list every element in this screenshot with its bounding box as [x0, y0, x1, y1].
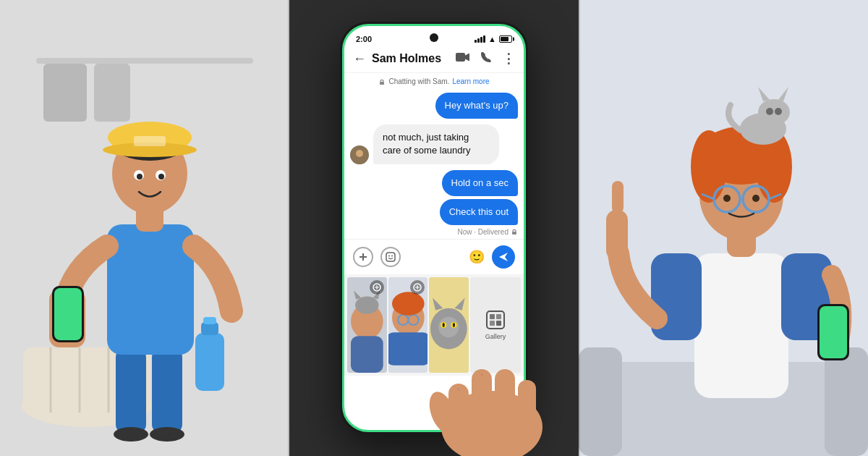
svg-rect-100	[606, 210, 628, 261]
status-icons: ▲	[475, 35, 512, 43]
left-illustration	[0, 0, 289, 456]
message-bubble-sent-2: Hold on a sec	[442, 170, 519, 196]
svg-point-57	[392, 292, 425, 315]
svg-point-105	[758, 99, 790, 125]
panel-center: 2:00 ▲	[289, 0, 579, 456]
svg-rect-13	[152, 347, 182, 434]
svg-rect-39	[386, 253, 395, 261]
gallery-icon	[485, 310, 506, 330]
svg-rect-85	[694, 253, 788, 398]
phone-frame: 2:00 ▲	[340, 22, 528, 434]
svg-rect-84	[825, 347, 868, 456]
svg-rect-30	[54, 288, 82, 340]
svg-rect-32	[380, 82, 384, 85]
header-icons: ⋮	[456, 51, 515, 67]
svg-rect-74	[496, 321, 501, 326]
svg-rect-53	[388, 332, 428, 366]
gallery-thumb-2[interactable]	[388, 277, 428, 373]
sticker-svg	[386, 252, 396, 262]
svg-point-34	[356, 150, 363, 157]
contact-name: Sam Holmes	[372, 52, 456, 65]
signal-icon	[475, 35, 485, 43]
message-bubble-sent-3: Check this out	[440, 199, 518, 225]
back-button[interactable]: ←	[353, 51, 366, 67]
svg-rect-103	[820, 306, 847, 358]
svg-point-65	[438, 317, 459, 337]
chat-header: ← Sam Holmes	[344, 46, 524, 73]
status-time: 2:00	[356, 35, 372, 43]
svg-rect-11	[203, 317, 216, 324]
svg-point-45	[355, 296, 378, 313]
wifi-icon: ▲	[488, 35, 496, 43]
video-call-icon[interactable]	[456, 52, 470, 65]
plus-icon	[358, 252, 368, 262]
battery-fill	[501, 37, 509, 41]
svg-rect-101	[612, 181, 624, 214]
sticker-icon[interactable]	[380, 247, 401, 267]
emoji-icon[interactable]: 🙂	[469, 249, 485, 265]
message-bubble-sent-1: Hey what's up?	[435, 93, 518, 119]
svg-point-99	[752, 195, 760, 202]
panel-left	[0, 0, 289, 456]
signal-bar-4	[483, 35, 485, 43]
svg-rect-12	[116, 347, 146, 434]
more-options-icon[interactable]: ⋮	[502, 51, 515, 67]
phone-screen: 2:00 ▲	[342, 24, 526, 432]
right-divider	[579, 0, 580, 456]
gallery-overlay-1	[370, 280, 384, 295]
gallery-thumb-1[interactable]	[347, 277, 387, 373]
svg-point-26	[137, 174, 142, 180]
svg-rect-73	[490, 321, 495, 326]
svg-point-91	[691, 130, 727, 203]
right-illustration	[579, 0, 868, 456]
svg-rect-1	[36, 58, 253, 64]
send-button[interactable]	[492, 245, 515, 269]
scene-container: 2:00 ▲	[0, 0, 868, 456]
svg-rect-83	[579, 347, 622, 456]
messages-list: Hey what's up? not much, just taking car…	[344, 90, 524, 239]
message-row-2: not much, just taking care of some laund…	[350, 124, 518, 164]
delivered-lock-icon	[511, 228, 518, 235]
svg-rect-31	[456, 53, 465, 62]
input-left-icons	[353, 247, 401, 267]
panel-right	[579, 0, 868, 456]
contact-avatar	[350, 145, 369, 164]
add-attachment-icon[interactable]	[353, 247, 373, 267]
svg-point-98	[723, 195, 731, 202]
message-row-1: Hey what's up?	[350, 93, 518, 119]
battery-icon	[499, 35, 512, 43]
gallery-thumb-3[interactable]	[429, 277, 469, 373]
svg-point-40	[388, 255, 390, 256]
signal-bar-2	[477, 38, 480, 43]
svg-point-15	[150, 427, 184, 442]
gallery-item-icon[interactable]: Gallery	[470, 277, 521, 373]
svg-rect-44	[351, 336, 383, 373]
svg-rect-9	[195, 333, 224, 391]
svg-rect-16	[107, 224, 194, 355]
gallery-label: Gallery	[485, 333, 506, 340]
svg-rect-72	[496, 314, 501, 319]
signal-bar-1	[475, 40, 477, 43]
message-bubble-received-1: not much, just taking care of some laund…	[373, 124, 499, 164]
phone-call-icon[interactable]	[480, 51, 492, 66]
svg-point-27	[158, 174, 164, 180]
svg-rect-71	[490, 314, 495, 319]
message-timestamp: Now · Delivered	[350, 228, 518, 236]
svg-rect-23	[134, 136, 166, 146]
chat-input-area: 🙂	[344, 239, 524, 274]
gallery-strip: Gallery	[344, 274, 524, 376]
svg-point-68	[443, 323, 445, 327]
svg-point-41	[391, 255, 393, 256]
phone-notch	[430, 33, 438, 42]
svg-rect-2	[43, 64, 87, 122]
learn-more-link[interactable]: Learn more	[452, 77, 489, 85]
svg-rect-3	[94, 64, 130, 122]
svg-rect-70	[487, 311, 504, 329]
svg-point-69	[453, 323, 455, 327]
message-row-4: Check this out	[350, 199, 518, 225]
signal-bar-3	[480, 37, 482, 43]
svg-point-14	[114, 427, 148, 442]
input-right-icons: 🙂	[469, 245, 515, 269]
svg-point-108	[766, 108, 773, 115]
encryption-text: Chatting with Sam.	[388, 77, 449, 85]
